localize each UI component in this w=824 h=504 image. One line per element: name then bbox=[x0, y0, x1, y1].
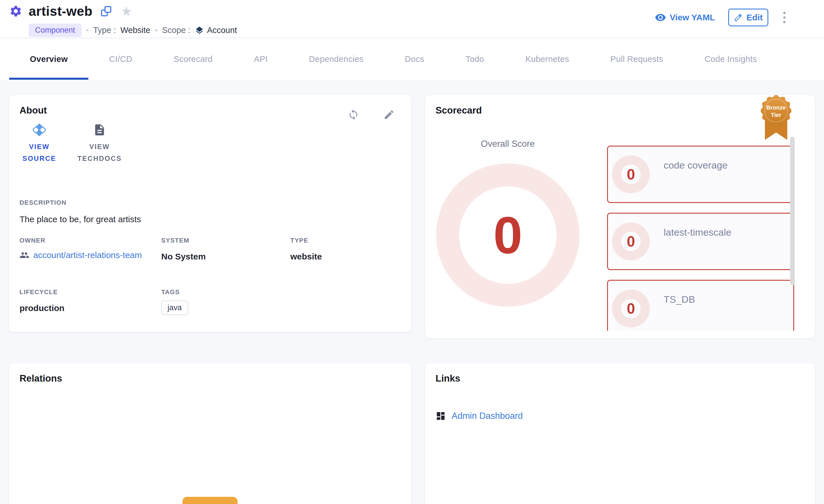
link-item: Admin Dashboard bbox=[435, 411, 523, 421]
system-field: SYSTEM No System bbox=[161, 237, 290, 261]
rule-card-latest-timescale[interactable]: 0 latest-timescale bbox=[607, 213, 794, 270]
refresh-icon[interactable] bbox=[348, 109, 359, 120]
edit-button[interactable]: Edit bbox=[728, 9, 768, 26]
tag-chip-java: java bbox=[161, 300, 188, 315]
relations-card-title: Relations bbox=[19, 373, 62, 384]
team-group-icon bbox=[19, 250, 29, 260]
system-value: No System bbox=[161, 252, 290, 261]
description-label: DESCRIPTION bbox=[19, 199, 141, 207]
tab-docs[interactable]: Docs bbox=[384, 39, 445, 80]
rule-name: TS_DB bbox=[663, 294, 695, 305]
overall-score-value: 0 bbox=[493, 209, 522, 261]
type-value: Website bbox=[120, 25, 150, 35]
scorecard-card: Scorecard Bronze Tier Overall Score bbox=[425, 95, 815, 338]
entity-tabs: Overview CI/CD Scorecard API Dependencie… bbox=[0, 39, 824, 80]
relations-graph-node[interactable] bbox=[183, 497, 237, 504]
entity-identity: artist-web ★ Component Type : Website Sc… bbox=[9, 3, 237, 37]
scope-name: Account bbox=[207, 25, 237, 35]
scorecard-card-title: Scorecard bbox=[435, 105, 482, 116]
source-icon bbox=[33, 123, 46, 136]
owner-label: OWNER bbox=[19, 237, 161, 244]
tab-todo[interactable]: Todo bbox=[445, 39, 505, 80]
edit-about-pencil-icon[interactable] bbox=[383, 109, 395, 120]
tier-badge-line2: Tier bbox=[771, 112, 782, 118]
copy-name-icon[interactable] bbox=[101, 6, 111, 16]
separator-dot bbox=[155, 26, 158, 35]
rule-score-donut: 0 bbox=[612, 155, 650, 193]
owner-field: OWNER account/artist-relations-team bbox=[19, 237, 161, 261]
rule-card-ts-db[interactable]: 0 TS_DB bbox=[607, 280, 794, 331]
system-label: SYSTEM bbox=[161, 237, 290, 244]
about-card-title: About bbox=[19, 105, 47, 116]
view-techdocs-label: VIEW TECHDOCS bbox=[77, 141, 122, 164]
tab-api[interactable]: API bbox=[233, 39, 288, 80]
rule-score-value: 0 bbox=[627, 300, 635, 317]
type-field-value: website bbox=[290, 252, 322, 261]
separator-dot bbox=[86, 26, 89, 35]
view-yaml-button[interactable]: View YAML bbox=[655, 12, 715, 23]
rule-name: latest-timescale bbox=[663, 227, 731, 238]
tags-field: TAGS java bbox=[161, 288, 290, 315]
description-value: The place to be, for great artists bbox=[19, 215, 141, 224]
pencil-icon bbox=[734, 13, 742, 22]
page-title: artist-web bbox=[29, 3, 92, 19]
bronze-tier-badge: Bronze Tier bbox=[761, 95, 791, 142]
layers-icon bbox=[195, 26, 204, 35]
tab-dependencies[interactable]: Dependencies bbox=[288, 39, 384, 80]
lifecycle-value: production bbox=[19, 303, 161, 313]
about-card: About VIEW SOURCE bbox=[9, 95, 411, 332]
links-card: Links Admin Dashboard bbox=[425, 363, 815, 504]
tags-label: TAGS bbox=[161, 288, 290, 296]
rules-scrollbar[interactable] bbox=[790, 137, 795, 285]
scorecard-rules-list: 0 code coverage 0 latest-timescale 0 TS_… bbox=[607, 146, 794, 331]
scope-value: Account bbox=[195, 25, 237, 35]
component-gear-icon bbox=[9, 5, 22, 18]
tier-badge-line1: Bronze bbox=[766, 104, 786, 111]
tab-cicd[interactable]: CI/CD bbox=[88, 39, 153, 80]
view-techdocs-button[interactable]: VIEW TECHDOCS bbox=[75, 123, 124, 164]
rule-score-value: 0 bbox=[627, 233, 635, 250]
view-source-label: VIEW SOURCE bbox=[22, 141, 57, 164]
type-label: Type : bbox=[93, 25, 116, 35]
entity-page: artist-web ★ Component Type : Website Sc… bbox=[0, 0, 824, 504]
view-yaml-label: View YAML bbox=[670, 13, 715, 22]
admin-dashboard-link[interactable]: Admin Dashboard bbox=[451, 411, 523, 421]
scope-label: Scope : bbox=[162, 25, 190, 35]
lifecycle-label: LIFECYCLE bbox=[19, 288, 161, 296]
rule-score-donut: 0 bbox=[612, 223, 650, 260]
relations-card: Relations bbox=[9, 363, 411, 504]
techdocs-file-icon bbox=[93, 123, 106, 136]
tab-pull-requests[interactable]: Pull Requests bbox=[590, 39, 684, 80]
more-options-kebab-icon[interactable] bbox=[782, 10, 787, 25]
tab-kubernetes[interactable]: Kubernetes bbox=[505, 39, 590, 80]
view-source-button[interactable]: VIEW SOURCE bbox=[15, 123, 64, 164]
rule-score-donut: 0 bbox=[612, 289, 650, 328]
owner-link[interactable]: account/artist-relations-team bbox=[33, 249, 157, 261]
kind-chip: Component bbox=[29, 23, 82, 37]
type-field: TYPE website bbox=[290, 237, 322, 261]
favorite-star-icon[interactable]: ★ bbox=[120, 6, 132, 16]
edit-label: Edit bbox=[746, 13, 763, 22]
rule-name: code coverage bbox=[663, 160, 728, 171]
dashboard-icon bbox=[435, 411, 446, 421]
tab-scorecard[interactable]: Scorecard bbox=[153, 39, 233, 80]
links-card-title: Links bbox=[435, 373, 460, 384]
rule-score-value: 0 bbox=[627, 166, 635, 183]
rule-card-code-coverage[interactable]: 0 code coverage bbox=[607, 146, 794, 203]
tab-code-insights[interactable]: Code Insights bbox=[684, 39, 778, 80]
type-field-label: TYPE bbox=[290, 237, 322, 244]
page-header: artist-web ★ Component Type : Website Sc… bbox=[0, 0, 824, 38]
tab-overview[interactable]: Overview bbox=[9, 39, 88, 80]
lifecycle-field: LIFECYCLE production bbox=[19, 288, 161, 315]
overall-score-label: Overall Score bbox=[450, 139, 565, 149]
eye-icon bbox=[655, 12, 666, 23]
overall-score-donut: 0 bbox=[436, 163, 580, 307]
